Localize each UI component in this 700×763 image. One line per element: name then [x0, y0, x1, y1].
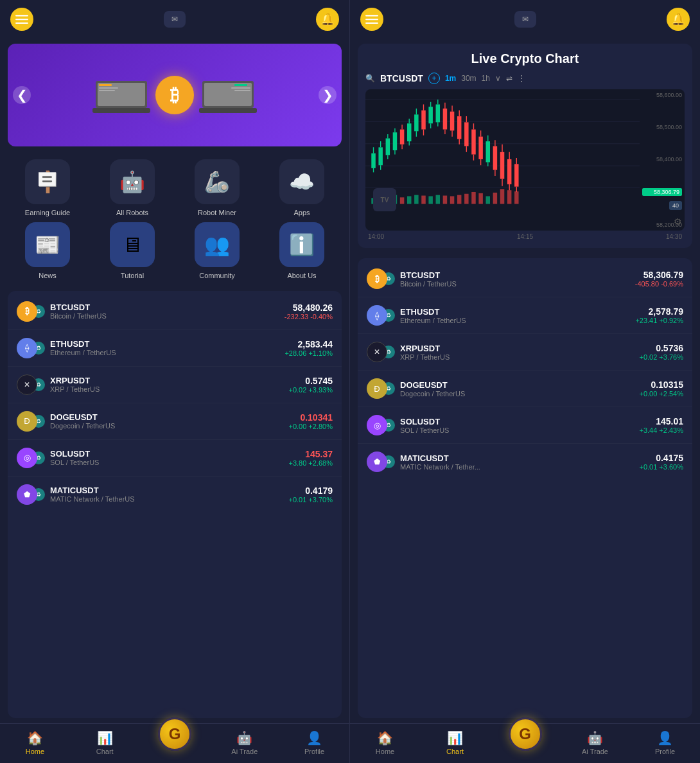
sol-info: SOLUSDT SOL / TetherUS — [50, 449, 288, 466]
add-chart-button[interactable]: + — [428, 73, 440, 84]
right-nav-center[interactable]: G — [490, 715, 560, 758]
right-matic-change: +0.01 +3.60% — [639, 463, 683, 471]
right-eth-change: +23.41 +0.92% — [635, 317, 683, 324]
about-us-icon: ℹ️ — [289, 232, 315, 257]
profile-icon: 👤 — [306, 730, 322, 746]
btc-icon-wrapper: ₿ ♻ — [17, 300, 45, 323]
chart-more-icon[interactable]: ⋮ — [518, 74, 525, 83]
right-ai-trade-icon: 🤖 — [587, 730, 603, 746]
banner-right-arrow[interactable]: ❯ — [319, 86, 337, 104]
right-crypto-maticusdt[interactable]: ⬟ ♻ MATICUSDT MATIC Network / Tether... … — [358, 444, 692, 480]
menu-item-apps[interactable]: ☁️ Apps — [262, 159, 342, 217]
doge-symbol: DOGEUSDT — [50, 412, 288, 422]
left-nav-ai-trade[interactable]: 🤖 Ai Trade — [209, 728, 279, 758]
right-sol-price-block: 145.01 +3.44 +2.43% — [639, 416, 683, 434]
svg-rect-65 — [471, 130, 475, 155]
svg-rect-106 — [514, 191, 518, 204]
left-crypto-dogeusdt[interactable]: Ð ♻ DOGEUSDT Dogecoin / TetherUS 0.10341… — [8, 403, 342, 440]
chart-settings-button[interactable]: ⚙ — [674, 216, 682, 227]
eth-symbol: ETHUSDT — [50, 339, 284, 349]
left-nav-center[interactable]: G — [140, 715, 210, 758]
right-btc-pair: Bitcoin / TetherUS — [400, 280, 635, 288]
right-menu-button[interactable] — [360, 8, 383, 31]
home-label: Home — [26, 748, 44, 755]
menu-item-all-robots[interactable]: 🤖 All Robots — [92, 159, 172, 217]
right-bell-button[interactable]: 🔔 — [667, 8, 690, 31]
left-crypto-solusdt[interactable]: ◎ ♻ SOLUSDT SOL / TetherUS 145.37 +3.80 … — [8, 440, 342, 477]
svg-rect-94 — [428, 196, 432, 204]
earning-guide-icon-wrap: 🪧 — [25, 159, 70, 204]
svg-rect-16 — [365, 19, 378, 20]
svg-rect-44 — [421, 110, 425, 130]
svg-rect-99 — [464, 194, 468, 204]
left-crypto-xrpusdt[interactable]: ✕ ♻ XRPUSDT XRP / TetherUS 0.5745 +0.02 … — [8, 367, 342, 403]
right-crypto-dogeusdt[interactable]: Ð ♻ DOGEUSDT Dogecoin / TetherUS 0.10315… — [358, 371, 692, 407]
right-crypto-xrpusdt[interactable]: ✕ ♻ XRPUSDT XRP / TetherUS 0.5736 +0.02 … — [358, 334, 692, 371]
matic-price: 0.4179 — [288, 486, 333, 496]
eth-pair: Ethereum / TetherUS — [50, 349, 284, 356]
community-label: Community — [199, 271, 235, 280]
tutorial-label: Tutorial — [121, 271, 144, 280]
svg-rect-91 — [407, 196, 411, 204]
eth-main-icon: ⟠ — [17, 338, 37, 358]
menu-item-about-us[interactable]: ℹ️ About Us — [262, 222, 342, 280]
svg-rect-11 — [234, 84, 247, 86]
right-eth-price: 2,578.79 — [635, 306, 683, 317]
left-nav-chart[interactable]: 📊 Chart — [70, 728, 140, 758]
sol-price: 145.37 — [288, 449, 333, 459]
chart-settings-icon[interactable]: ⇌ — [506, 74, 512, 83]
center-coin-icon: G — [158, 717, 191, 751]
doge-price-block: 0.10341 +0.00 +2.80% — [288, 412, 333, 430]
svg-rect-23 — [371, 153, 375, 168]
right-nav-ai-trade[interactable]: 🤖 Ai Trade — [560, 728, 630, 758]
xrp-price-block: 0.5745 +0.02 +3.93% — [288, 376, 333, 394]
right-crypto-btcusdt[interactable]: ₿ ♻ BTCUSDT Bitcoin / TetherUS 58,306.79… — [358, 261, 692, 297]
right-nav-home[interactable]: 🏠 Home — [350, 728, 420, 758]
right-crypto-ethusdt[interactable]: ⟠ ♻ ETHUSDT Ethereum / TetherUS 2,578.79… — [358, 297, 692, 334]
xrp-price: 0.5745 — [288, 376, 333, 386]
left-crypto-ethusdt[interactable]: ⟠ ♻ ETHUSDT Ethereum / TetherUS 2,583.44… — [8, 330, 342, 367]
left-message-button[interactable]: ✉ — [164, 11, 186, 28]
tf-dropdown[interactable]: ∨ — [495, 74, 501, 83]
profile-label: Profile — [304, 748, 324, 755]
right-doge-price-block: 0.10315 +0.00 +2.54% — [639, 380, 683, 398]
left-nav-profile[interactable]: 👤 Profile — [279, 728, 349, 758]
right-xrp-info: XRPUSDT XRP / TetherUS — [400, 344, 639, 361]
svg-rect-35 — [400, 130, 404, 145]
left-bell-button[interactable]: 🔔 — [316, 8, 339, 31]
menu-item-community[interactable]: 👥 Community — [177, 222, 257, 280]
right-nav-chart[interactable]: 📊 Chart — [420, 728, 490, 758]
right-xrp-icon-wrapper: ✕ ♻ — [367, 340, 395, 364]
candlestick-chart — [365, 89, 640, 211]
right-matic-symbol: MATICUSDT — [400, 453, 639, 463]
right-doge-info: DOGEUSDT Dogecoin / TetherUS — [400, 380, 639, 398]
left-menu-button[interactable] — [10, 8, 33, 31]
matic-main-icon: ⬟ — [17, 484, 37, 505]
ai-trade-label: Ai Trade — [231, 748, 258, 755]
tf-30m[interactable]: 30m — [461, 74, 476, 83]
eth-icon-wrapper: ⟠ ♻ — [17, 337, 45, 360]
right-matic-main-icon: ⬟ — [367, 452, 387, 472]
robot-miner-icon: 🦾 — [204, 170, 230, 194]
right-nav-profile[interactable]: 👤 Profile — [630, 728, 700, 758]
right-crypto-solusdt[interactable]: ◎ ♻ SOLUSDT SOL / TetherUS 145.01 +3.44 … — [358, 407, 692, 444]
svg-rect-97 — [450, 196, 454, 204]
svg-rect-102 — [486, 196, 490, 204]
right-message-button[interactable]: ✉ — [514, 11, 536, 28]
banner-left-arrow[interactable]: ❮ — [13, 86, 31, 104]
right-btc-info: BTCUSDT Bitcoin / TetherUS — [400, 270, 635, 288]
left-crypto-btcusdt[interactable]: ₿ ♻ BTCUSDT Bitcoin / TetherUS 58,480.26… — [8, 294, 342, 330]
menu-item-tutorial[interactable]: 🖥 Tutorial — [92, 222, 172, 280]
menu-item-robot-miner[interactable]: 🦾 Robot Miner — [177, 159, 257, 217]
menu-item-news[interactable]: 📰 News — [8, 222, 87, 280]
left-nav-home[interactable]: 🏠 Home — [0, 728, 70, 758]
svg-rect-95 — [436, 195, 440, 204]
right-phone-screen: ✉ 🔔 Live Crypto Chart 🔍 BTCUSDT + 1m 30m… — [350, 0, 700, 763]
svg-rect-10 — [204, 83, 252, 106]
doge-info: DOGEUSDT Dogecoin / TetherUS — [50, 412, 288, 430]
left-crypto-maticusdt[interactable]: ⬟ ♻ MATICUSDT MATIC Network / TetherUS 0… — [8, 477, 342, 513]
tf-1h[interactable]: 1h — [482, 74, 490, 83]
tf-1m[interactable]: 1m — [445, 74, 456, 83]
menu-item-earning-guide[interactable]: 🪧 Earning Guide — [8, 159, 87, 217]
svg-rect-5 — [99, 84, 112, 86]
